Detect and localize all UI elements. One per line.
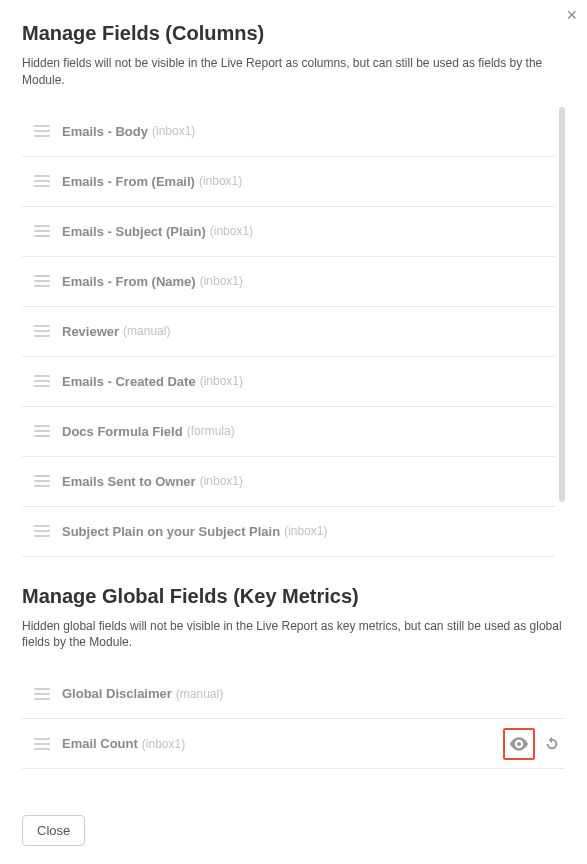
field-row[interactable]: Subject Plain on your Subject Plain(inbo…: [22, 507, 555, 557]
field-source: (inbox1): [199, 174, 242, 188]
close-button[interactable]: Close: [22, 815, 85, 846]
fields-list: Emails - Body(inbox1)Emails - From (Emai…: [22, 107, 555, 557]
field-label: Emails - Body: [62, 124, 148, 139]
field-label: Emails - From (Email): [62, 174, 195, 189]
field-source: (inbox1): [200, 474, 243, 488]
field-label: Email Count: [62, 736, 138, 751]
drag-handle-icon[interactable]: [34, 425, 50, 437]
field-row[interactable]: Emails - Subject (Plain)(inbox1): [22, 207, 555, 257]
section2-subtitle: Hidden global fields will not be visible…: [22, 618, 565, 652]
drag-handle-icon[interactable]: [34, 525, 50, 537]
section1-subtitle: Hidden fields will not be visible in the…: [22, 55, 565, 89]
drag-handle-icon[interactable]: [34, 325, 50, 337]
refresh-icon[interactable]: [543, 735, 561, 753]
field-row[interactable]: Emails - Created Date(inbox1): [22, 357, 555, 407]
svg-point-0: [517, 742, 521, 746]
close-icon[interactable]: ×: [566, 6, 577, 24]
field-row[interactable]: Emails - Body(inbox1): [22, 107, 555, 157]
field-label: Emails Sent to Owner: [62, 474, 196, 489]
field-row[interactable]: Email Count(inbox1): [22, 719, 565, 769]
field-row[interactable]: Emails - From (Email)(inbox1): [22, 157, 555, 207]
field-row[interactable]: Emails - From (Name)(inbox1): [22, 257, 555, 307]
field-label: Emails - From (Name): [62, 274, 196, 289]
field-source: (inbox1): [200, 274, 243, 288]
field-label: Emails - Subject (Plain): [62, 224, 206, 239]
row-actions: [503, 728, 561, 760]
field-row[interactable]: Global Disclaimer(manual): [22, 669, 565, 719]
field-row[interactable]: Reviewer(manual): [22, 307, 555, 357]
visibility-eye-icon[interactable]: [503, 728, 535, 760]
drag-handle-icon[interactable]: [34, 375, 50, 387]
field-row[interactable]: Emails Sent to Owner(inbox1): [22, 457, 555, 507]
drag-handle-icon[interactable]: [34, 688, 50, 700]
drag-handle-icon[interactable]: [34, 175, 50, 187]
field-source: (manual): [123, 324, 170, 338]
field-row[interactable]: Docs Formula Field(formula): [22, 407, 555, 457]
drag-handle-icon[interactable]: [34, 475, 50, 487]
field-label: Docs Formula Field: [62, 424, 183, 439]
drag-handle-icon[interactable]: [34, 275, 50, 287]
drag-handle-icon[interactable]: [34, 125, 50, 137]
field-label: Subject Plain on your Subject Plain: [62, 524, 280, 539]
field-source: (manual): [176, 687, 223, 701]
field-label: Global Disclaimer: [62, 686, 172, 701]
field-source: (inbox1): [152, 124, 195, 138]
section2-title: Manage Global Fields (Key Metrics): [22, 585, 565, 608]
field-source: (inbox1): [284, 524, 327, 538]
field-label: Reviewer: [62, 324, 119, 339]
field-source: (formula): [187, 424, 235, 438]
global-fields-list: Global Disclaimer(manual)Email Count(inb…: [22, 669, 565, 769]
scrollbar[interactable]: [559, 107, 565, 502]
field-label: Emails - Created Date: [62, 374, 196, 389]
field-source: (inbox1): [210, 224, 253, 238]
drag-handle-icon[interactable]: [34, 225, 50, 237]
field-source: (inbox1): [200, 374, 243, 388]
field-source: (inbox1): [142, 737, 185, 751]
drag-handle-icon[interactable]: [34, 738, 50, 750]
section1-title: Manage Fields (Columns): [22, 22, 565, 45]
